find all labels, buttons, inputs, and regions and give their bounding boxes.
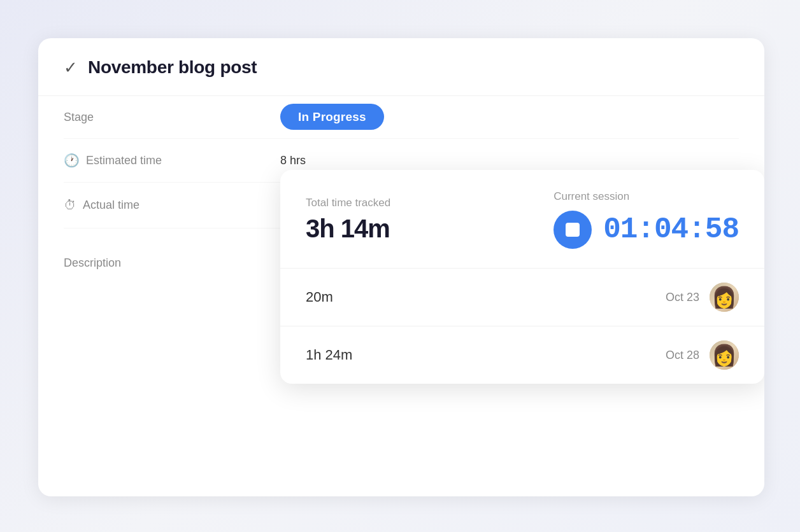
avatar-face xyxy=(710,340,739,370)
card-body: Stage In Progress 🕐 Estimated time 8 hrs… xyxy=(38,96,764,314)
session-row: 01:04:58 xyxy=(554,211,739,249)
entry-date: Oct 23 xyxy=(666,291,699,304)
session-label: Current session xyxy=(554,190,629,203)
total-label: Total time tracked xyxy=(306,197,390,209)
clock-icon: 🕐 xyxy=(64,153,80,168)
avatar-image xyxy=(710,283,739,312)
tracker-popup: Total time tracked 3h 14m Current sessio… xyxy=(280,170,764,384)
entry-date: Oct 28 xyxy=(666,349,699,362)
tracker-main: Total time tracked 3h 14m Current sessio… xyxy=(280,170,764,269)
status-badge[interactable]: In Progress xyxy=(280,104,384,130)
avatar xyxy=(710,283,739,312)
entry-right: Oct 28 xyxy=(666,340,739,370)
avatar-image xyxy=(710,340,739,370)
entry-duration: 1h 24m xyxy=(306,347,352,363)
estimated-value: 8 hrs xyxy=(280,154,306,167)
card-header: ✓ November blog post xyxy=(38,38,764,96)
stage-row: Stage In Progress xyxy=(64,96,739,139)
stopwatch-icon: ⏱ xyxy=(64,198,76,213)
estimated-label: 🕐 Estimated time xyxy=(64,153,280,168)
session-timer: 01:04:58 xyxy=(603,213,739,246)
avatar xyxy=(710,340,739,370)
actual-time-row: ⏱ Actual time ⏱ 03:14:33 Total time trac… xyxy=(64,183,739,228)
stop-button[interactable] xyxy=(554,211,592,249)
entry-right: Oct 23 xyxy=(666,283,739,312)
tracker-total: Total time tracked 3h 14m xyxy=(306,197,390,243)
actual-label: ⏱ Actual time xyxy=(64,198,280,213)
check-icon: ✓ xyxy=(64,59,78,76)
main-card: ✓ November blog post Stage In Progress 🕐… xyxy=(38,38,764,496)
stage-value: In Progress xyxy=(280,110,384,124)
tracker-entry-1: 20m Oct 23 xyxy=(280,269,764,326)
tracker-session: Current session 01:04:58 xyxy=(554,190,739,249)
stop-icon xyxy=(566,223,580,237)
total-value: 3h 14m xyxy=(306,214,390,243)
description-label: Description xyxy=(64,242,280,270)
stage-label: Stage xyxy=(64,111,280,124)
avatar-face xyxy=(710,283,739,312)
page-title: November blog post xyxy=(88,57,257,78)
tracker-entry-2: 1h 24m Oct 28 xyxy=(280,326,764,384)
entry-duration: 20m xyxy=(306,289,333,305)
